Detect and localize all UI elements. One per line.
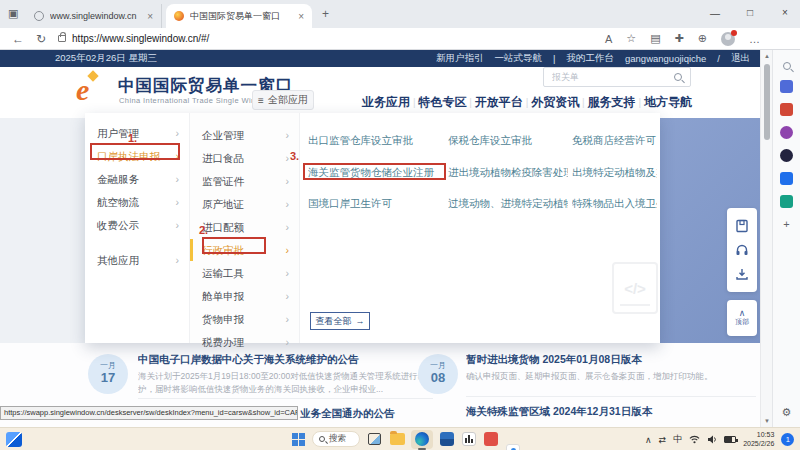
new-tab-button[interactable]: +: [322, 7, 329, 21]
link-logout[interactable]: 退出: [731, 52, 750, 65]
news-title[interactable]: 中国电子口岸数据中心关于海关系统维护的公告: [138, 353, 433, 367]
read-aloud-icon[interactable]: A: [605, 33, 612, 45]
link-exit-specific-animal-plant[interactable]: 出境特定动植物及其产品和其他...: [572, 166, 657, 180]
link-special-items-quarantine[interactable]: 特殊物品出入境卫生检疫审批: [572, 197, 657, 211]
sidebar-screenshot-icon[interactable]: [780, 172, 793, 185]
link-new-user-guide[interactable]: 新用户指引: [436, 52, 484, 65]
search-icon[interactable]: [674, 73, 682, 81]
taskbar-search-label: 搜索: [329, 433, 346, 445]
menu-regulatory-certificates[interactable]: 监管证件: [190, 170, 299, 192]
menu-fee-publicity[interactable]: 收费公示: [85, 214, 189, 236]
screen: ▣ www.singlewindow.cn × 中国国际贸易单一窗口 × + —…: [0, 0, 800, 450]
sidebar-tools-icon[interactable]: [780, 195, 793, 208]
tray-toggles-icon[interactable]: ⇄: [659, 435, 667, 445]
more-menu-icon[interactable]: …: [749, 33, 760, 45]
divider: [466, 396, 756, 397]
menu-other-apps[interactable]: 其他应用: [85, 249, 189, 271]
nav-open-platform[interactable]: 开放平台: [475, 94, 523, 111]
task-view-icon[interactable]: [368, 433, 381, 445]
hidden-icons-chevron[interactable]: ∧: [645, 435, 652, 445]
start-button[interactable]: [292, 433, 305, 446]
link-border-port-health-license[interactable]: 国境口岸卫生许可: [308, 197, 443, 211]
nav-local-guide[interactable]: 地方导航: [644, 94, 692, 111]
news-title[interactable]: 暂时进出境货物 2025年01月08日版本: [466, 353, 756, 367]
split-screen-icon[interactable]: ▤: [650, 32, 660, 45]
profile-avatar[interactable]: [721, 32, 735, 46]
favorite-star-icon[interactable]: ☆: [626, 32, 636, 45]
volume-icon[interactable]: [707, 435, 717, 444]
annotation-number-2: 2.: [199, 224, 208, 236]
window-close-button[interactable]: ×: [770, 7, 800, 18]
view-all-button[interactable]: 查看全部 →: [310, 312, 370, 330]
link-one-stop-nav[interactable]: 一站式导航: [495, 52, 543, 65]
edge-sidebar: + ⚙: [772, 50, 800, 427]
browser-essentials-icon[interactable]: ⊕: [698, 32, 707, 45]
collections-icon[interactable]: ✚: [675, 32, 684, 45]
menu-import-food[interactable]: 进口食品: [190, 147, 299, 169]
tray-ime-icon[interactable]: 中: [673, 433, 682, 446]
separator: |: [553, 53, 555, 64]
menu-air-logistics[interactable]: 航空物流: [85, 191, 189, 213]
link-bonded-warehouse-approval[interactable]: 保税仓库设立审批: [448, 134, 573, 148]
download-icon[interactable]: [735, 267, 749, 281]
refresh-icon[interactable]: ↻: [36, 32, 46, 46]
nav-trade-news[interactable]: 外贸资讯: [531, 94, 579, 111]
sidebar-games-icon[interactable]: [780, 149, 793, 162]
workspaces-icon[interactable]: ▣: [8, 7, 18, 20]
sidebar-tag-icon[interactable]: [780, 80, 793, 93]
nav-service-support[interactable]: 服务支持: [588, 94, 636, 111]
menu-manifest-declaration[interactable]: 舱单申报: [190, 285, 299, 307]
headset-icon[interactable]: [735, 243, 749, 257]
taskbar-search[interactable]: 搜索: [312, 431, 360, 447]
back-icon[interactable]: ←: [12, 32, 24, 46]
menu-transport-vehicles[interactable]: 运输工具: [190, 262, 299, 284]
menu-origin-certificate[interactable]: 原产地证: [190, 193, 299, 215]
news-title-partial[interactable]: 业务全国通办的公告: [300, 407, 395, 421]
back-to-top-button[interactable]: ∧ 顶部: [727, 300, 757, 336]
menu-financial-services[interactable]: 金融服务: [85, 168, 189, 190]
sidebar-shopping-icon[interactable]: [780, 103, 793, 116]
tab-singlewindow-home[interactable]: www.singlewindow.cn ×: [26, 4, 162, 28]
news-desc: 海关计划于2025年1月19日18:00至20:00对低值快速货物通关管理系统进…: [138, 370, 433, 397]
notification-badge[interactable]: 1: [781, 433, 794, 446]
taskbar-app-briefcase-icon[interactable]: [440, 432, 454, 446]
news-title-partial[interactable]: 海关特殊监管区域 2024年12月31日版本: [466, 405, 652, 419]
link-animal-plant-quarantine-unit[interactable]: 进出境动植物检疫除害处理单位...: [448, 166, 568, 180]
link-my-workbench[interactable]: 我的工作台: [567, 52, 615, 65]
tab-close-icon[interactable]: ×: [147, 11, 153, 22]
all-apps-button[interactable]: ≡ 全部应用: [252, 90, 314, 110]
menu-tax-fee-handling[interactable]: 税费办理: [190, 331, 299, 353]
nav-business-apps[interactable]: 业务应用: [362, 94, 410, 111]
taskbar-app-cloud-icon[interactable]: [506, 444, 520, 450]
tab-trade-single-window[interactable]: 中国国际贸易单一窗口 ×: [166, 4, 312, 28]
taskbar-app-audio-icon[interactable]: [462, 432, 476, 446]
widgets-icon[interactable]: [6, 432, 22, 447]
window-minimize-button[interactable]: —: [700, 8, 730, 19]
link-export-warehouse-approval[interactable]: 出口监管仓库设立审批: [308, 134, 443, 148]
sidebar-add-icon[interactable]: +: [783, 218, 789, 231]
link-duty-free-shop-license[interactable]: 免税商店经营许可: [572, 134, 657, 148]
menu-cargo-declaration[interactable]: 货物申报: [190, 308, 299, 330]
edge-browser-icon[interactable]: [411, 430, 433, 449]
sidebar-search-icon[interactable]: [783, 62, 791, 70]
url-field[interactable]: https://www.singlewindow.cn/#/: [58, 31, 578, 47]
browser-scrollbar[interactable]: ▲ ▼: [760, 50, 772, 427]
menu-enterprise-management[interactable]: 企业管理: [190, 124, 299, 146]
link-transit-animals[interactable]: 过境动物、进境特定动植物及其...: [448, 197, 568, 211]
taskbar-app-red-icon[interactable]: [484, 432, 498, 446]
sidebar-people-icon[interactable]: [780, 126, 793, 139]
wifi-icon[interactable]: [689, 435, 700, 444]
site-search-input[interactable]: [544, 72, 674, 82]
sidebar-settings-gear-icon[interactable]: ⚙: [782, 406, 792, 419]
chevron-up-icon: ∧: [739, 309, 746, 317]
battery-icon[interactable]: [724, 436, 736, 443]
site-logo-icon: e: [76, 73, 110, 109]
nav-special-zones[interactable]: 特色专区: [418, 94, 466, 111]
window-maximize-button[interactable]: □: [735, 7, 765, 18]
survey-icon[interactable]: [735, 219, 749, 233]
scrollbar-thumb[interactable]: [764, 64, 770, 140]
tab-close-icon[interactable]: ×: [298, 11, 304, 22]
taskbar-clock[interactable]: 10:53 2025/2/26: [743, 431, 774, 448]
windows-taskbar: 搜索 ∧ ⇄ 中 10:53 2025/2/26 1: [0, 427, 800, 450]
file-explorer-icon[interactable]: [390, 433, 405, 445]
